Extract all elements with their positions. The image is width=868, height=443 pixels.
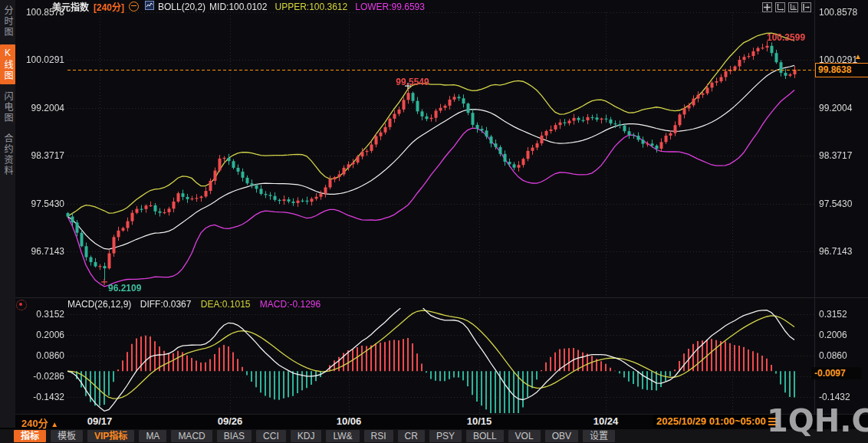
tick-label: -0.1432 bbox=[819, 392, 850, 402]
macd-dea-value: DEA:0.1015 bbox=[201, 299, 251, 310]
chart-tool-buttons bbox=[762, 2, 811, 12]
tick-label: 100.8578 bbox=[17, 7, 64, 18]
pan-right-tool-icon[interactable] bbox=[801, 2, 811, 12]
boll-upper-value: UPPER:100.3612 bbox=[275, 2, 347, 12]
minus-circle-icon[interactable] bbox=[129, 2, 139, 11]
tick-label: 98.3717 bbox=[819, 150, 852, 161]
low-price-annotation: 96.2109 bbox=[108, 283, 141, 294]
macd-value-tag: -0.0097 bbox=[811, 367, 862, 379]
tick-label: 99.2004 bbox=[819, 103, 852, 113]
period-label: [240分] bbox=[94, 0, 124, 13]
axis-zoom-tool-icon[interactable] bbox=[775, 2, 785, 12]
date-label-10/15: 10/15 bbox=[467, 415, 492, 427]
toolbar-button-OBV[interactable]: OBV bbox=[545, 430, 578, 442]
toolbar-button-KDJ[interactable]: KDJ bbox=[291, 430, 322, 442]
boll-lower-value: LOWER:99.6593 bbox=[355, 2, 425, 12]
macd-header: MACD(26,12,9) DIFF:0.0367 DEA:0.1015 MAC… bbox=[67, 299, 321, 310]
toolbar-button-VOL[interactable]: VOL bbox=[508, 430, 541, 442]
tick-label: 0.0860 bbox=[17, 350, 64, 361]
toolbar-button-BOLL[interactable]: BOLL bbox=[466, 430, 504, 442]
tick-label: 97.5430 bbox=[17, 199, 64, 209]
swing-high-annotation: 99.5549 bbox=[396, 77, 429, 87]
boll-label: BOLL(20,2) bbox=[158, 2, 205, 12]
tick-label: 96.7143 bbox=[819, 246, 852, 257]
crosshair-tool-icon[interactable] bbox=[762, 2, 772, 12]
timeframe-arrow-icon: ▲ bbox=[51, 420, 58, 428]
toolbar-button-CCI[interactable]: CCI bbox=[256, 430, 286, 442]
axis-scale-tool-icon[interactable] bbox=[788, 2, 798, 12]
tick-label: -0.1432 bbox=[17, 392, 64, 402]
sidebar-tab-3[interactable]: 合约资料 bbox=[0, 130, 15, 179]
tick-label: 99.2004 bbox=[17, 103, 64, 113]
tick-label: 98.3717 bbox=[17, 150, 64, 161]
tick-label: 0.3152 bbox=[819, 309, 847, 320]
indicator-toolbar: 指标模板VIP指标MAMACDBIASCCIKDJLW&RSICRPSYBOLL… bbox=[0, 429, 868, 443]
current-bar-time-range: 2025/10/29 01:00~05:00 bbox=[653, 415, 769, 428]
toolbar-button-CR[interactable]: CR bbox=[398, 430, 425, 442]
tick-label: 0.2006 bbox=[819, 330, 847, 340]
toolbar-button-设置[interactable]: 设置 bbox=[583, 430, 615, 442]
tick-label: 96.7143 bbox=[17, 246, 64, 257]
high-price-annotation: 100.3599 bbox=[767, 32, 805, 43]
sidebar-tab-0[interactable]: 分时图 bbox=[0, 2, 15, 41]
sidebar-tab-1[interactable]: K线图 bbox=[0, 44, 15, 84]
tick-label: 100.0291 bbox=[17, 54, 64, 65]
date-label-10/06: 10/06 bbox=[337, 415, 362, 427]
toolbar-button-指标[interactable]: 指标 bbox=[14, 430, 46, 442]
tick-label: 0.3152 bbox=[17, 309, 64, 320]
tick-label: 97.5430 bbox=[819, 199, 852, 209]
toolbar-button-MACD[interactable]: MACD bbox=[171, 430, 212, 442]
tick-label: 0.2006 bbox=[17, 330, 64, 340]
price-up-arrow-icon: ▲ bbox=[854, 52, 862, 61]
macd-bar-value: MACD:-0.1296 bbox=[260, 299, 321, 310]
tick-label: 100.8578 bbox=[819, 7, 857, 18]
date-label-09/17: 09/17 bbox=[87, 415, 113, 427]
toolbar-button-PSY[interactable]: PSY bbox=[429, 430, 462, 442]
alarm-dot-icon[interactable] bbox=[16, 300, 27, 310]
toolbar-button-MA[interactable]: MA bbox=[139, 430, 166, 442]
date-label-09/26: 09/26 bbox=[218, 415, 243, 427]
trading-app-window: 美元指数 [240分] BOLL(20,2) MID:100.0102 UPPE… bbox=[0, 0, 868, 443]
last-price-tag: 99.8638 bbox=[815, 63, 868, 77]
macd-name: MACD(26,12,9) bbox=[67, 299, 131, 310]
toolbar-button-模板[interactable]: 模板 bbox=[51, 430, 83, 442]
toolbar-button-BIAS[interactable]: BIAS bbox=[217, 430, 252, 442]
timeframe-label[interactable]: 240分 ▲ bbox=[21, 415, 58, 430]
date-label-10/24: 10/24 bbox=[593, 415, 619, 427]
chart-header: 美元指数 [240分] BOLL(20,2) MID:100.0102 UPPE… bbox=[52, 1, 425, 12]
toolbar-button-VIP指标[interactable]: VIP指标 bbox=[87, 430, 134, 442]
boll-mid-value: MID:100.0102 bbox=[209, 2, 267, 12]
toolbar-button-LW&[interactable]: LW& bbox=[326, 430, 359, 442]
menu-icon[interactable] bbox=[768, 418, 778, 426]
tick-label: 0.0860 bbox=[819, 350, 847, 361]
indicator-chart-icon[interactable] bbox=[145, 1, 154, 12]
macd-diff-value: DIFF:0.0367 bbox=[140, 299, 192, 310]
sidebar-tab-2[interactable]: 闪电图 bbox=[0, 88, 15, 126]
chart-canvas[interactable] bbox=[0, 0, 868, 443]
tick-label: -0.0286 bbox=[17, 371, 64, 382]
toolbar-button-RSI[interactable]: RSI bbox=[364, 430, 393, 442]
left-sidebar: 分时图K线图闪电图合约资料 bbox=[0, 0, 15, 428]
